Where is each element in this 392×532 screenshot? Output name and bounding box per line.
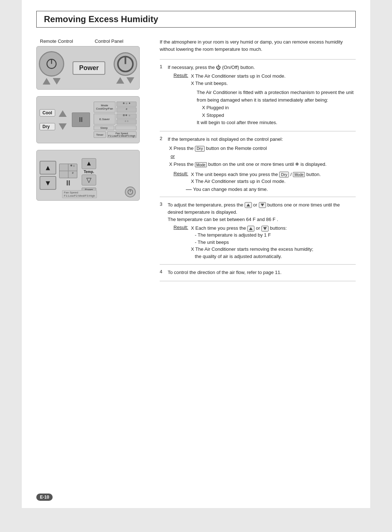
down-btn-inline: [259, 202, 266, 208]
step-2-result: Result: X The unit beeps each time you p…: [173, 171, 356, 185]
step-2: 2 If the temperature is not displayed on…: [160, 136, 356, 192]
dry-label: Dry: [40, 123, 55, 130]
triangle-down-icon: [261, 204, 264, 206]
result-text-3: X Each time you press the or buttons: - …: [191, 225, 356, 260]
mode-arrows: [59, 110, 67, 130]
page: Removing Excess Humidity Remote Control …: [22, 0, 370, 508]
step-4-text: To control the direction of the air flow…: [168, 269, 356, 276]
power-btn-temp: [125, 187, 136, 197]
step-2-num: 2: [160, 136, 165, 141]
step-3-text: To adjust the temperature, press the or …: [168, 201, 356, 223]
fanspeed-btn: Fan SpeedF1:Low/F2:Med/F3:High: [107, 131, 136, 138]
step-2-body: X Press the Dry button on the Remote con…: [168, 144, 356, 192]
step-4-row: 4 To control the direction of the air fl…: [160, 269, 356, 276]
power-panel-image: Power: [36, 46, 140, 90]
temp-panel-image: ▲ ▼ ❄☼ # II ▲ Temp.: [36, 150, 140, 201]
triangle-up-icon: [246, 204, 250, 206]
step-1-body: Result: X The Air Conditioner starts up …: [168, 73, 356, 127]
result-label-2: Result:: [173, 171, 189, 176]
down-arrow-btn: ▼: [40, 176, 56, 190]
right-panel: If the atmosphere in your room is very h…: [160, 38, 356, 286]
cool-dry-labels: Cool Dry: [40, 109, 55, 130]
esaver-btn: E.Saver: [94, 114, 116, 124]
step-2-row: 2 If the temperature is not displayed on…: [160, 136, 356, 143]
step-1: 1 If necessary, press the ⏻ (On/Off) but…: [160, 64, 356, 127]
result-text-1: X The Air Conditioner starts up in Cool …: [191, 73, 356, 87]
page-number: E-10: [36, 494, 53, 501]
dash-text: You can change modes at any time.: [193, 187, 268, 192]
temp-arrows-left: ▲ ▼: [40, 161, 56, 190]
step-3-result: Result: X Each time you press the or but…: [173, 225, 356, 260]
panel-labels: Remote Control Control Panel: [40, 38, 149, 44]
remote-control-label: Remote Control: [40, 38, 73, 44]
result-text-2: X The unit beeps each time you press the…: [191, 171, 356, 185]
result-label-3: Result:: [173, 225, 189, 230]
step-4: 4 To control the direction of the air fl…: [160, 269, 356, 276]
temp-right-controls: ▲ Temp. ▽ Power: [82, 158, 96, 193]
step-3-num: 3: [160, 201, 165, 207]
divider-2: [160, 131, 356, 131]
step-3-row: 3 To adjust the temperature, press the o…: [160, 201, 356, 223]
power-button-remote: [39, 51, 64, 77]
step-3-body: Result: X Each time you press the or but…: [168, 225, 356, 260]
dash-symbol: —: [186, 187, 192, 192]
result-label-1: Result:: [173, 73, 189, 78]
dry-result-btn: Dry: [279, 172, 289, 177]
divider-5: [160, 281, 356, 281]
timer-btn: Timer: [94, 131, 106, 138]
display-digits: II: [72, 112, 90, 127]
left-panel: Remote Control Control Panel: [36, 38, 149, 207]
divider-4: [160, 264, 356, 265]
step-2-dash: — You can change modes at any time.: [186, 187, 356, 192]
control-power-btn: [114, 52, 137, 84]
mode-panel-image: Cool Dry II ModeCool/Dry/Fan ❄ ☼ ✦: [36, 96, 140, 143]
step-2-lines: X Press the Dry button on the Remote con…: [169, 144, 356, 168]
divider-1: [160, 59, 356, 60]
mode-btn: ModeCool/Dry/Fan: [94, 102, 116, 112]
dry-btn-inline: Dry: [195, 146, 205, 152]
step-4-num: 4: [160, 269, 165, 274]
page-title: Removing Excess Humidity: [36, 11, 356, 28]
down-result-btn: [261, 226, 269, 232]
mode-result-btn: Mode: [293, 172, 305, 177]
right-controls: ModeCool/Dry/Fan ❄ ☼ ✦ # E.Saver ⚙ ❄ ☼ ○…: [94, 102, 136, 138]
up-btn-inline: [245, 202, 252, 208]
step-1-row: 1 If necessary, press the ⏻ (On/Off) but…: [160, 64, 356, 71]
step-1-text: If necessary, press the ⏻ (On/Off) butto…: [168, 64, 356, 71]
intro-text: If the atmosphere in your room is very h…: [160, 38, 356, 53]
triangle-up-result-icon: [249, 227, 253, 230]
step-2-text: If the temperature is not displayed on t…: [168, 136, 356, 143]
step-3: 3 To adjust the temperature, press the o…: [160, 201, 356, 260]
step-1-extra: The Air Conditioner is fitted with a pro…: [197, 89, 356, 127]
remote-power-btn: [39, 51, 64, 85]
power-label: Power: [73, 61, 105, 75]
content-layout: Remote Control Control Panel: [36, 38, 356, 286]
triangle-down-result-icon: [263, 227, 267, 230]
cool-label: Cool: [40, 109, 55, 116]
up-arrow-btn: ▲: [40, 161, 56, 175]
mode-btn-inline: Mode: [195, 162, 207, 167]
sleep-btn: Sleep: [94, 126, 115, 130]
temp-label: Temp.: [84, 170, 94, 174]
control-panel-label: Control Panel: [95, 38, 123, 44]
step-1-num: 1: [160, 64, 165, 69]
divider-3: [160, 197, 356, 197]
dummy1: [115, 126, 136, 130]
step-1-result: Result: X The Air Conditioner starts up …: [173, 73, 356, 87]
temp-display: ❄☼ # II: [59, 164, 77, 187]
up-result-btn: [247, 226, 254, 232]
fanspeed-label-temp: Fan SpeedF1:Low/F2:Med/F3:High: [62, 190, 97, 198]
power-button-control: [114, 52, 137, 76]
